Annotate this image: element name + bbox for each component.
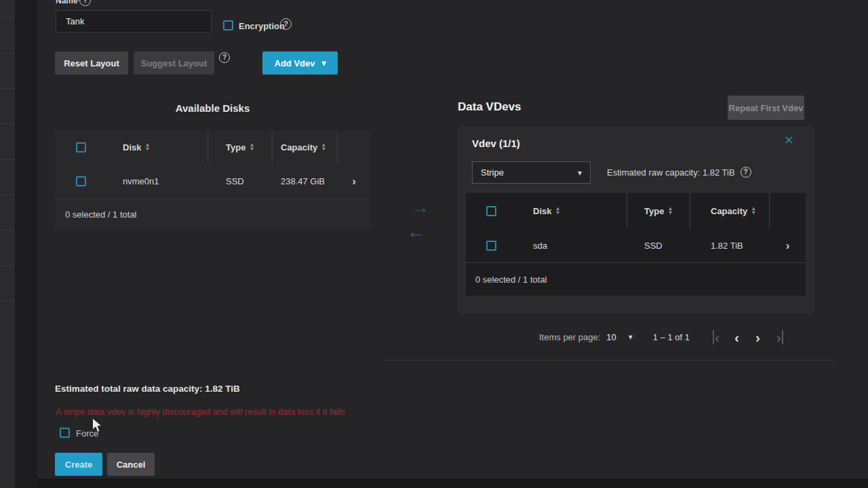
- column-header-capacity[interactable]: Capacity ▴ ▾: [273, 142, 325, 152]
- column-label: Disk: [123, 142, 141, 152]
- vdev-card-title: Vdev (1/1): [472, 138, 520, 149]
- force-label: Force: [76, 428, 98, 439]
- vdev-card: Vdev (1/1) × Stripe ▾ Estimated raw capa…: [458, 126, 814, 314]
- available-table-summary: 0 selected / 1 total: [55, 199, 370, 230]
- vdev-disks-table: Disk ▴ ▾ Type ▴ ▾ Capacity: [466, 193, 806, 296]
- force-checkbox[interactable]: [60, 428, 70, 438]
- pool-name-input[interactable]: [56, 10, 212, 33]
- suggest-layout-button[interactable]: Suggest Layout: [134, 52, 214, 75]
- cancel-button[interactable]: Cancel: [107, 453, 155, 476]
- vdev-select-all-checkbox[interactable]: [486, 206, 496, 216]
- layout-help-icon[interactable]: ?: [219, 52, 230, 63]
- reset-layout-button[interactable]: Reset Layout: [55, 52, 128, 75]
- items-per-page-value[interactable]: 10: [606, 332, 616, 342]
- page-range-label: 1 – 1 of 1: [653, 332, 690, 342]
- collapsed-sidebar[interactable]: [0, 0, 15, 488]
- move-to-vdev-arrow-icon[interactable]: →: [411, 199, 429, 217]
- row-expand-chevron-icon[interactable]: ›: [786, 239, 790, 252]
- sidebar-divider: [0, 53, 15, 54]
- paginator: Items per page: 10 ▾ 1 – 1 of 1 ‹ ‹ › ›: [529, 325, 783, 348]
- sort-down-arrow: ▾: [556, 211, 559, 215]
- disk-row-checkbox[interactable]: [76, 176, 86, 186]
- section-divider: [383, 360, 835, 361]
- disk-name: nvme0n1: [123, 176, 159, 186]
- last-page-button[interactable]: ›: [776, 330, 783, 344]
- stripe-warning-text: A stripe data vdev is highly discouraged…: [56, 407, 345, 417]
- previous-page-icon: ‹: [734, 330, 739, 344]
- sort-down-arrow: ▾: [146, 147, 149, 151]
- column-label: Disk: [533, 206, 551, 216]
- column-header-disk[interactable]: Disk: [533, 206, 551, 216]
- table-row[interactable]: nvme0n1 SSD 238.47 GiB ›: [55, 163, 370, 199]
- vdev-table-summary: 0 selected / 1 total: [466, 262, 806, 296]
- sidebar-divider: [0, 123, 15, 124]
- disk-name: sda: [533, 241, 547, 251]
- estimated-raw-capacity-text: Estimated raw capacity: 1.82 TiB: [607, 167, 735, 178]
- sort-down-arrow: ▾: [669, 211, 671, 215]
- next-page-button[interactable]: ›: [755, 330, 760, 344]
- pool-name-label: Name*: [56, 0, 81, 5]
- create-button[interactable]: Create: [55, 453, 102, 476]
- column-header-type[interactable]: Type ▴ ▾: [208, 142, 253, 152]
- disk-row-checkbox[interactable]: [486, 241, 496, 251]
- sort-icon[interactable]: ▴ ▾: [146, 143, 149, 151]
- pool-manager-screen: Name* ? Encryption ? Reset Layout Sugges…: [0, 0, 868, 488]
- first-page-icon: ‹: [715, 330, 719, 344]
- sort-icon: ▴ ▾: [322, 143, 325, 151]
- available-table-header: Disk ▴ ▾ Type ▴ ▾ Capacity ▴ ▾: [55, 131, 370, 163]
- last-page-icon: ›: [776, 330, 781, 344]
- vdev-table-header: Disk ▴ ▾ Type ▴ ▾ Capacity: [466, 193, 806, 228]
- capacity-help-icon[interactable]: ?: [741, 167, 751, 178]
- encryption-help-icon[interactable]: ?: [280, 18, 292, 30]
- available-disks-table: Disk ▴ ▾ Type ▴ ▾ Capacity ▴ ▾: [55, 131, 370, 230]
- column-label: Capacity: [281, 142, 317, 152]
- sidebar-divider: [0, 230, 15, 230]
- row-expand-chevron-icon[interactable]: ›: [352, 175, 356, 188]
- disk-type: SSD: [208, 176, 244, 186]
- caret-down-icon: ▾: [321, 58, 326, 68]
- column-label: Capacity: [711, 206, 747, 216]
- disk-capacity: 238.47 GiB: [273, 176, 325, 186]
- selection-summary: 0 selected / 1 total: [466, 274, 547, 285]
- vdev-layout-value: Stripe: [481, 167, 504, 178]
- sidebar-divider: [0, 159, 15, 160]
- select-all-checkbox[interactable]: [76, 142, 86, 152]
- add-vdev-button[interactable]: Add Vdev ▾: [262, 52, 338, 75]
- data-vdevs-title: Data VDevs: [458, 100, 521, 114]
- sort-icon: ▴ ▾: [556, 207, 559, 215]
- first-page-button[interactable]: ‹: [713, 330, 719, 344]
- disk-type: SSD: [627, 241, 663, 251]
- vdev-layout-select[interactable]: Stripe ▾: [472, 161, 591, 184]
- available-disks-title: Available Disks: [55, 102, 370, 114]
- column-label: Type: [644, 206, 664, 216]
- encryption-label: Encryption: [239, 21, 285, 31]
- disk-capacity: 1.82 TiB: [690, 241, 743, 251]
- sidebar-divider: [0, 17, 15, 18]
- sort-down-arrow: ▾: [322, 147, 325, 151]
- sort-icon: ▴ ▾: [250, 143, 253, 151]
- column-header-type[interactable]: Type ▴ ▾: [627, 206, 671, 216]
- move-to-available-arrow-icon[interactable]: ←: [407, 223, 425, 241]
- items-per-page-label: Items per page:: [539, 332, 600, 342]
- items-per-page-caret-icon[interactable]: ▾: [629, 332, 633, 342]
- column-header-capacity[interactable]: Capacity ▴ ▾: [690, 206, 755, 216]
- add-vdev-label: Add Vdev: [275, 58, 315, 68]
- column-label: Type: [226, 142, 245, 152]
- sort-down-arrow: ▾: [250, 147, 253, 151]
- sidebar-divider: [0, 88, 15, 89]
- encryption-checkbox[interactable]: [223, 20, 233, 30]
- estimated-raw-capacity: Estimated raw capacity: 1.82 TiB ?: [607, 167, 751, 178]
- sidebar-gutter: [15, 0, 37, 488]
- column-header-disk[interactable]: Disk: [123, 142, 141, 152]
- sort-down-arrow: ▾: [752, 211, 755, 215]
- sidebar-divider: [0, 300, 15, 301]
- close-icon[interactable]: ×: [785, 133, 793, 148]
- caret-down-icon: ▾: [578, 168, 582, 178]
- repeat-first-vdev-button[interactable]: Repeat First Vdev: [728, 96, 804, 120]
- table-row[interactable]: sda SSD 1.82 TiB ›: [466, 228, 806, 262]
- sidebar-divider: [0, 265, 15, 266]
- sort-icon: ▴ ▾: [752, 207, 755, 215]
- selection-summary: 0 selected / 1 total: [55, 209, 137, 220]
- previous-page-button[interactable]: ‹: [734, 330, 739, 344]
- next-page-icon: ›: [755, 330, 760, 344]
